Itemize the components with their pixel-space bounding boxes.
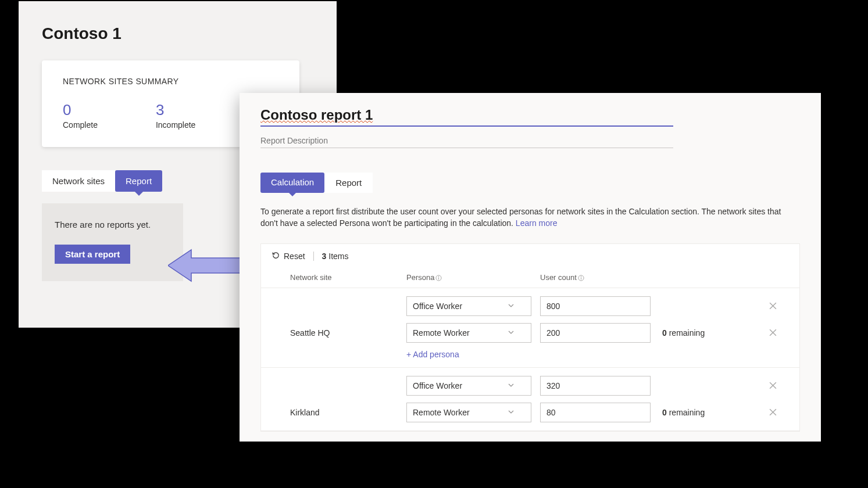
persona-select[interactable]: Office Worker (406, 296, 531, 316)
reset-icon (272, 251, 280, 261)
grid-body: Office WorkerSeattle HQRemote Worker0 re… (261, 288, 799, 431)
start-report-button[interactable]: Start a report (55, 245, 130, 264)
grid-toolbar: Reset 3 Items (261, 244, 799, 268)
items-count-label: Items (328, 252, 348, 261)
reset-button[interactable]: Reset (272, 251, 305, 261)
tab-calculation[interactable]: Calculation (260, 173, 324, 193)
chevron-down-icon (508, 328, 515, 338)
remaining-text: 0 remaining (662, 328, 761, 338)
remaining-text: 0 remaining (662, 408, 761, 417)
reports-empty-box: There are no reports yet. Start a report (42, 203, 183, 281)
report-tabs: Calculation Report (260, 173, 800, 193)
col-header-site: Network site (290, 273, 406, 282)
persona-value: Office Worker (413, 381, 462, 390)
col-header-user-count: User count (540, 273, 662, 282)
no-reports-text: There are no reports yet. (55, 220, 170, 229)
metric-incomplete: 3 Incomplete (156, 101, 195, 130)
persona-row: Seattle HQRemote Worker0 remaining (290, 323, 788, 343)
persona-select[interactable]: Remote Worker (406, 403, 531, 422)
site-block: Office WorkerSeattle HQRemote Worker0 re… (261, 288, 799, 368)
metric-complete: 0 Complete (63, 101, 98, 130)
delete-row-button[interactable] (761, 302, 784, 310)
site-name: Kirkland (290, 408, 406, 417)
info-icon[interactable] (434, 273, 442, 282)
svg-point-3 (439, 276, 440, 277)
persona-select[interactable]: Remote Worker (406, 323, 531, 343)
metric-complete-value: 0 (63, 101, 98, 119)
persona-value: Office Worker (413, 302, 462, 311)
persona-row: Office Worker (290, 376, 788, 396)
metric-incomplete-label: Incomplete (156, 120, 195, 130)
persona-value: Remote Worker (413, 328, 470, 338)
calculation-helptext: To generate a report first distribute th… (260, 206, 800, 229)
user-count-input[interactable] (540, 376, 651, 396)
delete-row-button[interactable] (761, 408, 784, 417)
report-name-input[interactable] (260, 106, 673, 127)
tab-report-view[interactable]: Report (324, 173, 373, 193)
tab-network-sites[interactable]: Network sites (42, 170, 115, 192)
metric-complete-label: Complete (63, 120, 98, 130)
toolbar-separator (313, 252, 314, 261)
delete-row-button[interactable] (761, 381, 784, 390)
svg-point-6 (581, 276, 581, 277)
user-count-input[interactable] (540, 403, 651, 422)
items-count-value: 3 (322, 252, 327, 261)
persona-row: Office Worker (290, 296, 788, 316)
learn-more-link[interactable]: Learn more (516, 218, 558, 228)
report-editor-panel: Calculation Report To generate a report … (240, 93, 821, 442)
delete-row-button[interactable] (761, 328, 784, 337)
callout-arrow-icon (168, 246, 244, 285)
user-count-input[interactable] (540, 296, 651, 316)
items-count: 3 Items (322, 252, 349, 261)
chevron-down-icon (508, 408, 515, 417)
site-name: Seattle HQ (290, 328, 406, 338)
persona-value: Remote Worker (413, 408, 470, 417)
page-title: Contoso 1 (42, 24, 313, 43)
tab-report[interactable]: Report (115, 170, 162, 192)
chevron-down-icon (508, 302, 515, 311)
persona-row: KirklandRemote Worker0 remaining (290, 403, 788, 422)
grid-header: Network site Persona User count (261, 268, 799, 288)
site-block: Office WorkerKirklandRemote Worker0 rema… (261, 368, 799, 431)
report-description-input[interactable] (260, 135, 673, 148)
svg-marker-0 (168, 250, 244, 281)
chevron-down-icon (508, 381, 515, 390)
user-count-input[interactable] (540, 323, 651, 343)
summary-card-title: NETWORK SITES SUMMARY (63, 77, 278, 86)
add-persona-link[interactable]: + Add persona (290, 350, 788, 359)
calculation-grid: Reset 3 Items Network site Persona User … (260, 243, 800, 432)
info-icon[interactable] (577, 273, 584, 282)
col-header-persona: Persona (406, 273, 540, 282)
metric-incomplete-value: 3 (156, 101, 195, 119)
reset-label: Reset (284, 252, 305, 261)
persona-select[interactable]: Office Worker (406, 376, 531, 396)
